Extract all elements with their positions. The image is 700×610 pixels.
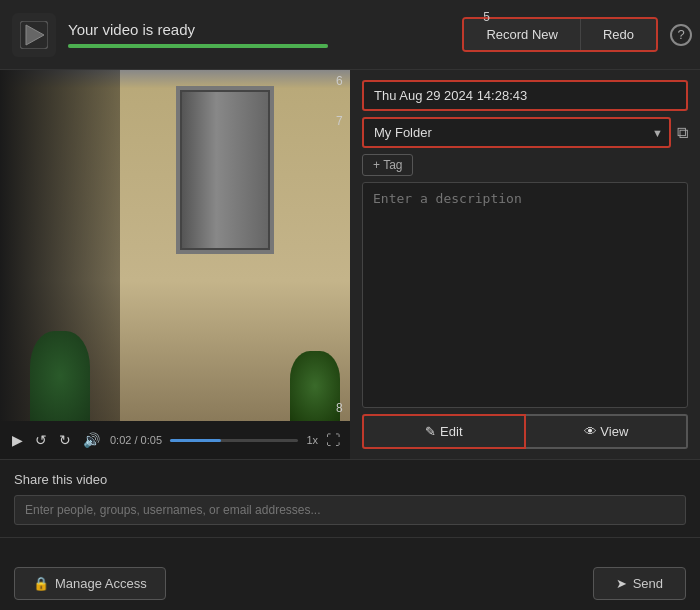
add-tag-button[interactable]: + Tag	[362, 154, 413, 176]
scene-plant2	[290, 351, 340, 421]
redo-button[interactable]: Redo	[581, 19, 656, 50]
time-total: 0:05	[141, 434, 162, 446]
forward-button[interactable]: ↻	[57, 430, 73, 450]
volume-button[interactable]: 🔊	[81, 430, 102, 450]
scene-plant1	[30, 331, 90, 421]
progress-bar-bg	[68, 44, 328, 48]
right-panel: 6 7 My Folder Shared Folder Root ▼ ⧉ + T…	[350, 70, 700, 459]
video-progress-played	[170, 439, 221, 442]
fullscreen-button[interactable]: ⛶	[326, 432, 340, 448]
footer: 🔒 Manage Access ➤ Send	[0, 557, 700, 610]
send-label: Send	[633, 576, 663, 591]
time-current: 0:02	[110, 434, 131, 446]
external-link-icon[interactable]: ⧉	[677, 124, 688, 142]
video-ready-title: Your video is ready	[68, 21, 462, 38]
share-title: Share this video	[14, 472, 686, 487]
folder-select-wrap: My Folder Shared Folder Root ▼	[362, 117, 671, 148]
video-progress-track[interactable]	[170, 439, 298, 442]
manage-label: Manage Access	[55, 576, 147, 591]
main-content: ▶ ↺ ↻ 🔊 0:02 / 0:05 1x ⛶ 6 7 My Folder	[0, 70, 700, 460]
play-button[interactable]: ▶	[10, 430, 25, 450]
send-button[interactable]: ➤ Send	[593, 567, 686, 600]
lock-icon: 🔒	[33, 576, 49, 591]
send-icon: ➤	[616, 576, 627, 591]
edit-button[interactable]: ✎ Edit	[362, 414, 526, 449]
folder-select[interactable]: My Folder Shared Folder Root	[362, 117, 671, 148]
share-panel: Share this video	[0, 460, 700, 538]
scene-door	[180, 90, 270, 250]
date-input[interactable]	[362, 80, 688, 111]
video-controls: ▶ ↺ ↻ 🔊 0:02 / 0:05 1x ⛶	[0, 421, 350, 459]
rewind-button[interactable]: ↺	[33, 430, 49, 450]
header-action-buttons: Record New Redo	[462, 17, 658, 52]
step-number-7: 7	[336, 114, 343, 128]
video-panel: ▶ ↺ ↻ 🔊 0:02 / 0:05 1x ⛶	[0, 70, 350, 459]
step-number-6: 6	[336, 74, 343, 88]
manage-access-button[interactable]: 🔒 Manage Access	[14, 567, 166, 600]
time-display: 0:02 / 0:05	[110, 434, 162, 446]
header: Your video is ready 5 Record New Redo ?	[0, 0, 700, 70]
record-new-button[interactable]: Record New	[464, 19, 581, 50]
video-placeholder	[0, 70, 350, 421]
folder-row: My Folder Shared Folder Root ▼ ⧉	[362, 117, 688, 148]
view-button[interactable]: 👁 View	[526, 414, 688, 449]
header-status: Your video is ready	[68, 21, 462, 48]
video-display	[0, 70, 350, 421]
help-icon[interactable]: ?	[670, 24, 692, 46]
svg-marker-0	[26, 25, 44, 45]
step-number-8: 8	[336, 401, 343, 415]
progress-bar-fill	[68, 44, 328, 48]
action-buttons: ✎ Edit 👁 View	[362, 414, 688, 449]
speed-badge[interactable]: 1x	[306, 434, 318, 446]
app-logo	[12, 13, 56, 57]
description-input[interactable]	[362, 182, 688, 408]
share-input[interactable]	[14, 495, 686, 525]
step-number-5: 5	[483, 10, 490, 24]
